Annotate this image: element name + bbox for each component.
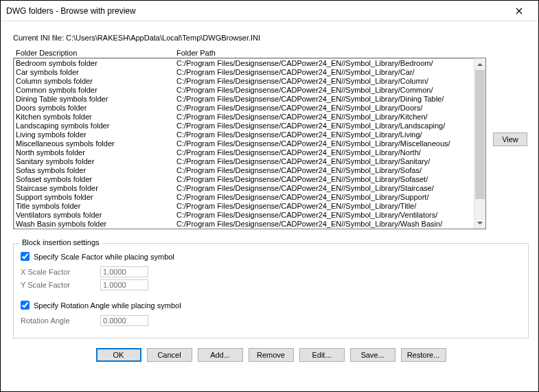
list-item[interactable]: Dining Table symbols folderC:/Program Fi…	[16, 95, 474, 104]
x-scale-input	[100, 266, 148, 277]
folder-description: Car symbols folder	[16, 68, 176, 77]
ok-button[interactable]: OK	[96, 348, 141, 362]
folder-description: Dining Table symbols folder	[16, 95, 176, 104]
folder-list-headers: Folder Description Folder Path	[13, 49, 486, 58]
x-scale-row: X Scale Factor	[21, 266, 521, 277]
folder-description: Ventilators symbols folder	[16, 211, 176, 220]
save-button[interactable]: Save...	[350, 348, 395, 362]
folder-path: C:/Program Files/Designsense/CADPower24_…	[176, 148, 474, 157]
header-folder-path: Folder Path	[176, 49, 486, 57]
folder-path: C:/Program Files/Designsense/CADPower24_…	[176, 86, 474, 95]
list-item[interactable]: Kitchen symbols folderC:/Program Files/D…	[16, 113, 474, 122]
folder-path: C:/Program Files/Designsense/CADPower24_…	[176, 130, 474, 139]
specify-rotation-label: Specify Rotation Angle while placing sym…	[34, 301, 181, 310]
titlebar: DWG folders - Browse with preview	[1, 1, 538, 21]
folder-description: Sanitary symbols folder	[16, 157, 176, 166]
x-scale-label: X Scale Factor	[21, 268, 96, 276]
chevron-down-icon	[477, 220, 483, 226]
list-item[interactable]: North symbols folderC:/Program Files/Des…	[16, 148, 474, 157]
folder-list-area: Folder Description Folder Path Bedroom s…	[13, 49, 529, 229]
list-item[interactable]: Car symbols folderC:/Program Files/Desig…	[16, 68, 474, 77]
close-button[interactable]	[505, 1, 533, 21]
folder-list-items: Bedroom symbols folderC:/Program Files/D…	[14, 58, 474, 229]
folder-description: Column symbols folder	[16, 77, 176, 86]
folder-path: C:/Program Files/Designsense/CADPower24_…	[176, 193, 474, 202]
remove-button[interactable]: Remove	[249, 348, 294, 362]
folder-list-wrap: Folder Description Folder Path Bedroom s…	[13, 49, 486, 229]
scrollbar[interactable]	[474, 58, 485, 229]
scroll-down-button[interactable]	[474, 217, 485, 229]
list-item[interactable]: Living symbols folderC:/Program Files/De…	[16, 130, 474, 139]
specify-scale-factor-checkbox[interactable]	[21, 252, 30, 261]
dialog-button-row: OK Cancel Add... Remove Edit... Save... …	[13, 348, 529, 362]
specify-scale-factor-label: Specify Scale Factor while placing symbo…	[34, 253, 174, 261]
folder-path: C:/Program Files/Designsense/CADPower24_…	[176, 68, 474, 77]
folder-path: C:/Program Files/Designsense/CADPower24_…	[176, 77, 474, 86]
folder-description: Title symbols folder	[16, 202, 176, 211]
dialog-window: DWG folders - Browse with preview Curren…	[0, 0, 539, 392]
list-item[interactable]: Sofas symbols folderC:/Program Files/Des…	[16, 166, 474, 175]
folder-path: C:/Program Files/Designsense/CADPower24_…	[176, 95, 474, 104]
list-item[interactable]: Bedroom symbols folderC:/Program Files/D…	[16, 59, 474, 68]
folder-path: C:/Program Files/Designsense/CADPower24_…	[176, 211, 474, 220]
folder-path: C:/Program Files/Designsense/CADPower24_…	[176, 166, 474, 175]
folder-path: C:/Program Files/Designsense/CADPower24_…	[176, 113, 474, 122]
y-scale-label: Y Scale Factor	[21, 281, 96, 289]
folder-description: Common symbols folder	[16, 86, 176, 95]
folder-description: North symbols folder	[16, 148, 176, 157]
y-scale-input	[100, 279, 148, 290]
folder-path: C:/Program Files/Designsense/CADPower24_…	[176, 139, 474, 148]
scroll-up-button[interactable]	[474, 58, 485, 70]
edit-button[interactable]: Edit...	[299, 348, 345, 362]
folder-description: Sofaset symbols folder	[16, 175, 176, 184]
view-button-column: View	[492, 132, 529, 146]
folder-description: Living symbols folder	[16, 130, 176, 139]
view-button[interactable]: View	[493, 132, 527, 146]
folder-path: C:/Program Files/Designsense/CADPower24_…	[176, 157, 474, 166]
folder-path: C:/Program Files/Designsense/CADPower24_…	[176, 184, 474, 193]
specify-rotation-checkbox[interactable]	[21, 301, 30, 310]
scroll-track[interactable]	[474, 70, 485, 217]
folder-description: Support symbols folder	[16, 193, 176, 202]
rotation-angle-input	[100, 315, 148, 326]
dialog-content: Current INI file: C:\Users\RAKESH\AppDat…	[1, 21, 538, 391]
scroll-thumb[interactable]	[475, 70, 485, 199]
header-folder-description: Folder Description	[16, 49, 176, 57]
folder-path: C:/Program Files/Designsense/CADPower24_…	[176, 202, 474, 211]
folder-listbox[interactable]: Bedroom symbols folderC:/Program Files/D…	[13, 58, 486, 229]
block-insertion-settings: Block insertion settings Specify Scale F…	[13, 243, 529, 338]
y-scale-row: Y Scale Factor	[21, 279, 521, 290]
block-settings-legend: Block insertion settings	[19, 238, 102, 246]
list-item[interactable]: Miscellaneous symbols folderC:/Program F…	[16, 139, 474, 148]
list-item[interactable]: Support symbols folderC:/Program Files/D…	[16, 193, 474, 202]
folder-path: C:/Program Files/Designsense/CADPower24_…	[176, 59, 474, 68]
list-item[interactable]: Column symbols folderC:/Program Files/De…	[16, 77, 474, 86]
close-icon	[516, 8, 523, 14]
rotation-angle-label: Rotation Angle	[21, 316, 96, 325]
list-item[interactable]: Sofaset symbols folderC:/Program Files/D…	[16, 175, 474, 184]
list-item[interactable]: Wash Basin symbols folderC:/Program File…	[16, 220, 474, 229]
specify-scale-factor-row[interactable]: Specify Scale Factor while placing symbo…	[21, 252, 521, 261]
list-item[interactable]: Ventilators symbols folderC:/Program Fil…	[16, 211, 474, 220]
folder-description: Doors symbols folder	[16, 104, 176, 113]
chevron-up-icon	[477, 62, 483, 67]
specify-rotation-row[interactable]: Specify Rotation Angle while placing sym…	[21, 301, 521, 310]
list-item[interactable]: Common symbols folderC:/Program Files/De…	[16, 86, 474, 95]
folder-description: Staircase symbols folder	[16, 184, 176, 193]
add-button[interactable]: Add...	[198, 348, 243, 362]
cancel-button[interactable]: Cancel	[147, 348, 192, 362]
folder-path: C:/Program Files/Designsense/CADPower24_…	[176, 175, 474, 184]
folder-path: C:/Program Files/Designsense/CADPower24_…	[176, 220, 474, 229]
list-item[interactable]: Staircase symbols folderC:/Program Files…	[16, 184, 474, 193]
restore-button[interactable]: Restore...	[401, 348, 446, 362]
ini-file-label: Current INI file: C:\Users\RAKESH\AppDat…	[13, 34, 529, 42]
folder-description: Miscellaneous symbols folder	[16, 139, 176, 148]
window-title: DWG folders - Browse with preview	[6, 6, 136, 16]
list-item[interactable]: Title symbols folderC:/Program Files/Des…	[16, 202, 474, 211]
folder-description: Landscaping symbols folder	[16, 122, 176, 130]
list-item[interactable]: Doors symbols folderC:/Program Files/Des…	[16, 104, 474, 113]
folder-description: Bedroom symbols folder	[16, 59, 176, 68]
list-item[interactable]: Landscaping symbols folderC:/Program Fil…	[16, 122, 474, 130]
list-item[interactable]: Sanitary symbols folderC:/Program Files/…	[16, 157, 474, 166]
folder-description: Kitchen symbols folder	[16, 113, 176, 122]
